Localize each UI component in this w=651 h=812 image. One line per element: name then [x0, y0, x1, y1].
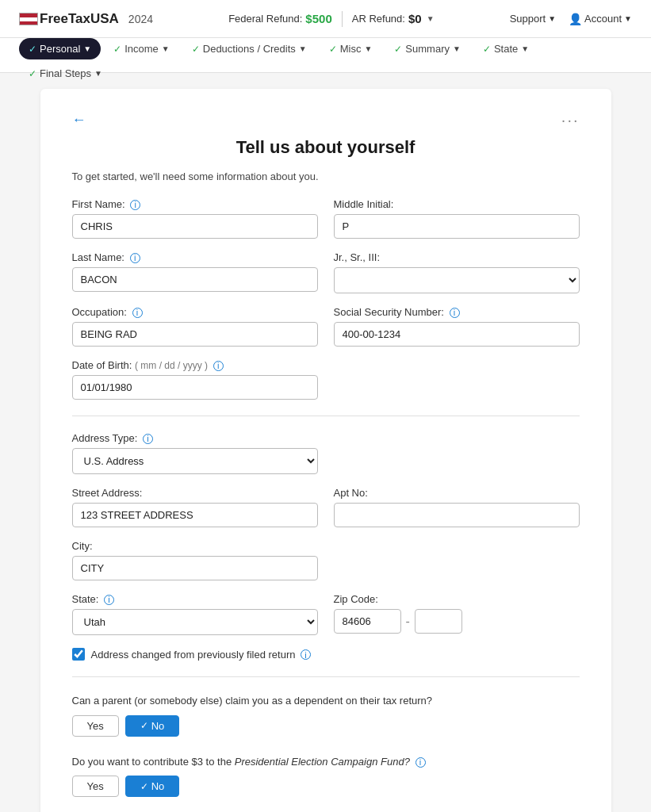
state-info-icon[interactable]: i: [104, 595, 114, 605]
refund-display: Federal Refund: $500 AR Refund: $0 ▼: [228, 11, 434, 27]
form-card: ← ··· Tell us about yourself To get star…: [40, 89, 611, 812]
campaign-fund-no-button[interactable]: ✓ No: [125, 776, 180, 797]
address-type-group: Address Type: i U.S. Address Foreign Add…: [72, 432, 318, 474]
address-changed-row: Address changed from previously filed re…: [72, 648, 580, 661]
zip-input[interactable]: [334, 609, 401, 634]
question-campaign-fund-text: Do you want to contribute $3 to the Pres…: [72, 754, 580, 770]
nav-item-misc[interactable]: ✓ Misc ▼: [320, 38, 382, 59]
nav-label-final-steps: Final Steps: [40, 67, 91, 79]
dependent-no-label: No: [151, 720, 165, 732]
zip-ext-input[interactable]: [415, 609, 462, 634]
nav-label-summary: Summary: [405, 43, 450, 55]
support-button[interactable]: Support ▼: [510, 13, 556, 25]
nav-item-state[interactable]: ✓ State ▼: [473, 38, 538, 59]
ar-refund-label: AR Refund:: [352, 13, 405, 25]
question-dependent-yesno: Yes ✓ No: [72, 715, 580, 737]
campaign-fund-no-check: ✓: [140, 781, 148, 792]
apt-no-group: Apt No:: [334, 487, 580, 527]
last-name-info-icon[interactable]: i: [130, 253, 140, 263]
nav-item-income[interactable]: ✓ Income ▼: [104, 38, 179, 59]
last-name-input[interactable]: [72, 267, 318, 292]
nav-bar: ✓ Personal ▼ ✓ Income ▼ ✓ Deductions / C…: [0, 38, 651, 73]
ssn-info-icon[interactable]: i: [450, 308, 460, 318]
ssn-group: Social Security Number: i: [334, 306, 580, 347]
street-address-input[interactable]: [72, 503, 318, 527]
ssn-input[interactable]: [334, 322, 580, 347]
jr-sr-select[interactable]: Jr. Sr. II III IV: [334, 267, 580, 293]
zip-label: Zip Code:: [334, 593, 580, 605]
nav-check-final-steps: ✓: [29, 68, 36, 79]
campaign-fund-yes-button[interactable]: Yes: [72, 776, 119, 797]
state-group: State: i Utah Alabama Alaska California: [72, 593, 318, 635]
address-changed-checkbox[interactable]: [72, 648, 85, 661]
dob-input[interactable]: [72, 375, 318, 400]
state-zip-row: State: i Utah Alabama Alaska California …: [72, 593, 580, 635]
occupation-input[interactable]: [72, 322, 318, 347]
header: FreeTaxUSA 2024 Federal Refund: $500 AR …: [0, 0, 651, 38]
address-type-label: Address Type: i: [72, 432, 318, 444]
nav-label-misc: Misc: [340, 43, 362, 55]
nav-arrow-personal: ▼: [83, 44, 91, 53]
logo-flag-icon: [19, 13, 38, 25]
user-icon: 👤: [569, 13, 582, 25]
nav-item-summary[interactable]: ✓ Summary ▼: [385, 38, 470, 59]
nav-label-state: State: [494, 43, 518, 55]
street-address-group: Street Address:: [72, 487, 318, 527]
city-input[interactable]: [72, 556, 318, 580]
question-campaign-fund-yesno: Yes ✓ No: [72, 776, 580, 797]
nav-check-misc: ✓: [329, 44, 337, 55]
nav-item-deductions[interactable]: ✓ Deductions / Credits ▼: [182, 38, 316, 59]
main-content: ← ··· Tell us about yourself To get star…: [25, 73, 627, 812]
campaign-fund-info-icon[interactable]: i: [415, 757, 426, 768]
dependent-no-check: ✓: [140, 720, 148, 731]
address-type-info-icon[interactable]: i: [143, 434, 153, 444]
nav-check-summary: ✓: [394, 44, 402, 55]
nav-item-final-steps[interactable]: ✓ Final Steps ▼: [19, 63, 112, 84]
first-name-input[interactable]: [72, 214, 318, 239]
federal-refund-label: Federal Refund:: [228, 13, 302, 25]
question-dependent-text: Can a parent (or somebody else) claim yo…: [72, 693, 580, 709]
support-dropdown-icon: ▼: [548, 14, 556, 23]
nav-arrow-income: ▼: [162, 44, 170, 53]
campaign-fund-no-label: No: [151, 780, 165, 792]
dependent-no-button[interactable]: ✓ No: [125, 715, 180, 737]
account-dropdown-icon: ▼: [624, 14, 632, 23]
account-button[interactable]: 👤 Account ▼: [569, 13, 632, 25]
address-type-select[interactable]: U.S. Address Foreign Address: [72, 448, 318, 474]
nav-item-personal[interactable]: ✓ Personal ▼: [19, 38, 101, 59]
first-name-info-icon[interactable]: i: [130, 200, 140, 210]
ar-refund[interactable]: AR Refund: $0 ▼: [352, 12, 435, 25]
middle-initial-input[interactable]: [334, 214, 580, 239]
dob-label: Date of Birth: ( mm / dd / yyyy ) i: [72, 359, 318, 371]
address-changed-label: Address changed from previously filed re…: [91, 649, 312, 661]
logo-text: FreeTaxUSA: [40, 11, 119, 27]
nav-arrow-deductions: ▼: [299, 44, 307, 53]
card-header: ← ···: [72, 111, 580, 129]
address-changed-info-icon[interactable]: i: [301, 649, 311, 660]
question-dependent: Can a parent (or somebody else) claim yo…: [72, 693, 580, 737]
state-select[interactable]: Utah Alabama Alaska California: [72, 609, 318, 635]
back-button[interactable]: ←: [72, 112, 86, 128]
dob-group: Date of Birth: ( mm / dd / yyyy ) i: [72, 359, 318, 400]
ssn-label: Social Security Number: i: [334, 306, 580, 318]
last-name-label: Last Name: i: [72, 251, 318, 263]
first-name-label: First Name: i: [72, 198, 318, 210]
occupation-group: Occupation: i: [72, 306, 318, 347]
street-address-label: Street Address:: [72, 487, 318, 499]
header-actions: Support ▼ 👤 Account ▼: [510, 13, 632, 25]
jr-sr-group: Jr., Sr., III: Jr. Sr. II III IV: [334, 251, 580, 293]
header-logo-area: FreeTaxUSA 2024: [19, 11, 153, 27]
city-row: City:: [72, 540, 580, 580]
page-subtitle: To get started, we'll need some informat…: [72, 170, 580, 182]
nav-arrow-misc: ▼: [364, 44, 372, 53]
dob-hint: ( mm / dd / yyyy ): [135, 360, 208, 371]
nav-label-deductions: Deductions / Credits: [203, 43, 296, 55]
federal-refund: Federal Refund: $500: [228, 12, 332, 25]
dob-info-icon[interactable]: i: [213, 361, 224, 371]
more-options-button[interactable]: ···: [561, 111, 580, 129]
dependent-yes-button[interactable]: Yes: [72, 715, 119, 737]
occupation-info-icon[interactable]: i: [132, 308, 143, 318]
occupation-label: Occupation: i: [72, 306, 318, 318]
apt-no-input[interactable]: [334, 503, 580, 527]
apt-no-label: Apt No:: [334, 487, 580, 499]
